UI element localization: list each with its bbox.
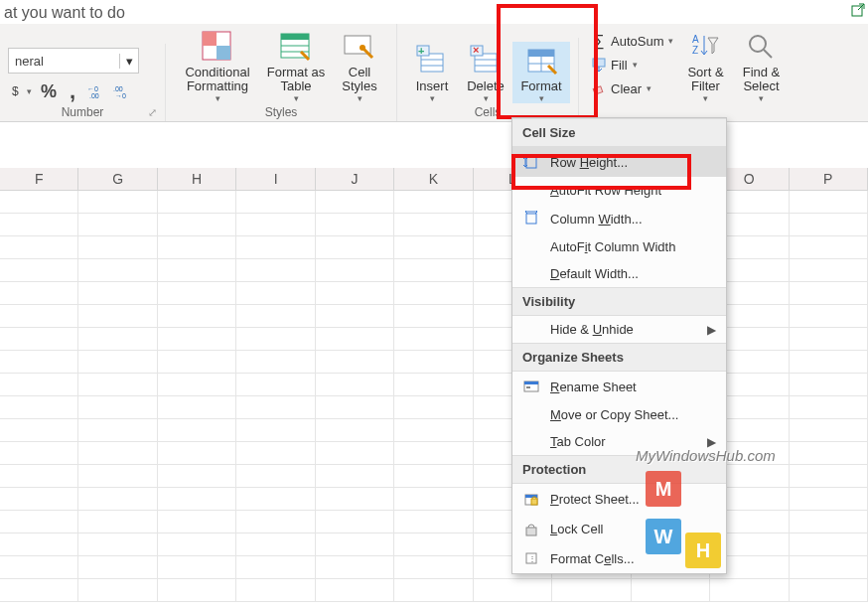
- grid-cell[interactable]: [236, 396, 315, 418]
- grid-cell[interactable]: [790, 328, 868, 350]
- grid-cell[interactable]: [316, 396, 394, 418]
- grid-cell[interactable]: [78, 236, 157, 258]
- grid-cell[interactable]: [236, 191, 315, 213]
- format-button[interactable]: Format ▾: [512, 42, 570, 103]
- grid-cell[interactable]: [78, 465, 157, 487]
- grid-cell[interactable]: [158, 282, 236, 304]
- grid-cell[interactable]: [790, 556, 868, 578]
- grid-cell[interactable]: [790, 305, 868, 327]
- grid-cell[interactable]: [394, 396, 473, 418]
- sort-filter-button[interactable]: AZ Sort & Filter ▾: [677, 28, 733, 103]
- grid-cell[interactable]: [316, 282, 394, 304]
- grid-cell[interactable]: [394, 556, 473, 578]
- grid-cell[interactable]: [78, 351, 157, 373]
- grid-cell[interactable]: [158, 556, 236, 578]
- grid-cell[interactable]: [0, 282, 78, 304]
- grid-cell[interactable]: [710, 579, 789, 601]
- grid-cell[interactable]: [0, 488, 78, 510]
- grid-cell[interactable]: [790, 214, 868, 235]
- grid-cell[interactable]: [78, 259, 157, 281]
- spreadsheet-grid[interactable]: [0, 191, 868, 602]
- grid-cell[interactable]: [158, 191, 236, 213]
- accounting-format-button[interactable]: $▾: [8, 79, 34, 103]
- column-header[interactable]: H: [158, 168, 236, 190]
- grid-cell[interactable]: [394, 579, 473, 601]
- grid-cell[interactable]: [158, 442, 236, 464]
- grid-cell[interactable]: [236, 374, 315, 395]
- chevron-down-icon[interactable]: ▾: [119, 54, 138, 69]
- grid-cell[interactable]: [394, 328, 473, 350]
- grid-cell[interactable]: [552, 579, 631, 601]
- grid-cell[interactable]: [394, 191, 473, 213]
- grid-cell[interactable]: [236, 419, 315, 441]
- grid-cell[interactable]: [158, 488, 236, 510]
- grid-cell[interactable]: [158, 305, 236, 327]
- insert-button[interactable]: + Insert ▾: [405, 42, 459, 103]
- grid-cell[interactable]: [158, 328, 236, 350]
- grid-cell[interactable]: [316, 214, 394, 235]
- grid-cell[interactable]: [78, 511, 157, 533]
- grid-cell[interactable]: [316, 419, 394, 441]
- grid-cell[interactable]: [790, 396, 868, 418]
- grid-cell[interactable]: [394, 236, 473, 258]
- grid-cell[interactable]: [0, 351, 78, 373]
- grid-cell[interactable]: [0, 328, 78, 350]
- grid-cell[interactable]: [78, 533, 157, 555]
- dd-rename-sheet[interactable]: Rename Sheet: [512, 372, 726, 401]
- grid-cell[interactable]: [0, 579, 78, 601]
- grid-cell[interactable]: [474, 579, 552, 601]
- grid-cell[interactable]: [316, 442, 394, 464]
- column-header[interactable]: K: [394, 168, 473, 190]
- grid-cell[interactable]: [316, 488, 394, 510]
- grid-cell[interactable]: [316, 374, 394, 395]
- grid-cell[interactable]: [78, 442, 157, 464]
- grid-cell[interactable]: [236, 488, 315, 510]
- increase-decimal-button[interactable]: ←0.00: [87, 79, 107, 103]
- grid-cell[interactable]: [0, 465, 78, 487]
- delete-button[interactable]: × Delete ▾: [459, 42, 512, 103]
- autosum-button[interactable]: ∑ AutoSum▾: [587, 30, 677, 52]
- grid-cell[interactable]: [158, 351, 236, 373]
- grid-cell[interactable]: [316, 556, 394, 578]
- grid-cell[interactable]: [790, 236, 868, 258]
- grid-cell[interactable]: [78, 374, 157, 395]
- grid-cell[interactable]: [236, 282, 315, 304]
- column-header[interactable]: G: [78, 168, 157, 190]
- grid-cell[interactable]: [394, 465, 473, 487]
- grid-cell[interactable]: [394, 442, 473, 464]
- dd-default-width[interactable]: Default Width...: [512, 260, 726, 287]
- grid-cell[interactable]: [236, 351, 315, 373]
- grid-cell[interactable]: [158, 511, 236, 533]
- format-as-table-button[interactable]: Format as Table ▾: [261, 28, 331, 103]
- dd-move-copy-sheet[interactable]: Move or Copy Sheet...: [512, 401, 726, 428]
- grid-cell[interactable]: [316, 305, 394, 327]
- grid-cell[interactable]: [316, 351, 394, 373]
- grid-cell[interactable]: [0, 305, 78, 327]
- dd-hide-unhide[interactable]: Hide & Unhide ▶: [512, 316, 726, 343]
- grid-cell[interactable]: [78, 419, 157, 441]
- grid-cell[interactable]: [394, 533, 473, 555]
- find-select-button[interactable]: Find & Select ▾: [733, 28, 789, 103]
- column-header[interactable]: P: [790, 168, 868, 190]
- dd-autofit-col[interactable]: AutoFit Column Width: [512, 233, 726, 260]
- grid-cell[interactable]: [0, 396, 78, 418]
- grid-cell[interactable]: [316, 465, 394, 487]
- grid-cell[interactable]: [78, 305, 157, 327]
- grid-cell[interactable]: [158, 214, 236, 235]
- grid-cell[interactable]: [790, 351, 868, 373]
- grid-cell[interactable]: [236, 214, 315, 235]
- grid-cell[interactable]: [394, 259, 473, 281]
- grid-cell[interactable]: [394, 214, 473, 235]
- grid-cell[interactable]: [394, 488, 473, 510]
- grid-cell[interactable]: [790, 282, 868, 304]
- grid-cell[interactable]: [78, 191, 157, 213]
- grid-cell[interactable]: [316, 259, 394, 281]
- grid-cell[interactable]: [236, 259, 315, 281]
- grid-cell[interactable]: [78, 579, 157, 601]
- grid-cell[interactable]: [790, 259, 868, 281]
- grid-cell[interactable]: [236, 579, 315, 601]
- grid-cell[interactable]: [158, 374, 236, 395]
- grid-cell[interactable]: [394, 374, 473, 395]
- comma-style-button[interactable]: ,: [64, 79, 81, 103]
- grid-cell[interactable]: [790, 488, 868, 510]
